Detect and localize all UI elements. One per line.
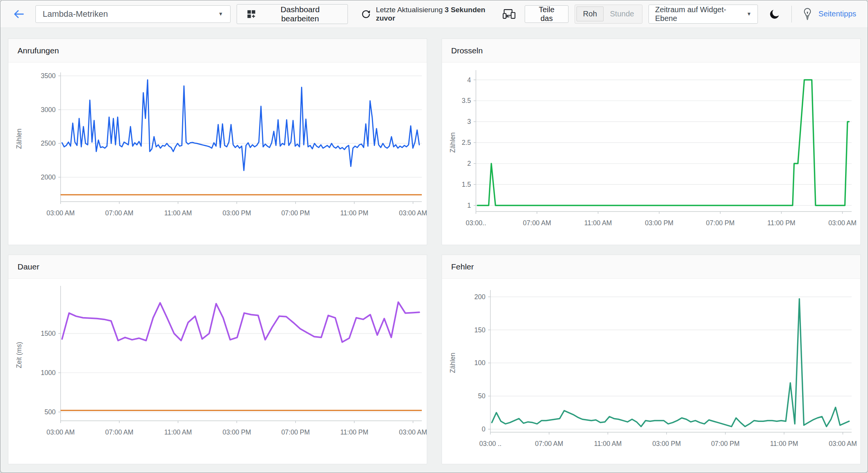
svg-text:11:00 AM: 11:00 AM <box>594 440 622 447</box>
page-tips-button[interactable] <box>802 8 813 20</box>
svg-text:11:00 PM: 11:00 PM <box>767 219 796 227</box>
chart-canvas-dauer[interactable]: 5001000150003:00 AM07:00 AM11:00 AM03:00… <box>8 279 428 464</box>
back-button[interactable] <box>12 8 26 20</box>
svg-text:11:00 AM: 11:00 AM <box>164 428 192 436</box>
add-widget-grid-icon <box>246 9 256 19</box>
svg-text:Zeit (ms): Zeit (ms) <box>15 342 23 368</box>
svg-text:2000: 2000 <box>41 173 56 181</box>
svg-text:03:00 PM: 03:00 PM <box>645 219 674 227</box>
svg-text:11:00 AM: 11:00 AM <box>164 209 192 217</box>
share-label: Teile das <box>533 5 561 23</box>
chevron-down-icon: ▼ <box>218 11 223 17</box>
page-tips-link[interactable]: Seitentipps <box>818 10 856 18</box>
svg-text:07:00 PM: 07:00 PM <box>711 440 740 447</box>
devices-icon <box>503 8 516 20</box>
svg-text:3: 3 <box>467 118 471 125</box>
widget-header[interactable]: Fehler <box>442 255 860 279</box>
widget-header[interactable]: Drosseln <box>442 39 860 63</box>
svg-text:150: 150 <box>474 326 485 334</box>
svg-text:03:00 PM: 03:00 PM <box>223 428 251 436</box>
svg-text:03:00 AM: 03:00 AM <box>46 428 75 436</box>
chevron-down-icon: ▼ <box>746 11 751 17</box>
svg-text:03:00 AM: 03:00 AM <box>829 440 857 447</box>
dashboard-page: Lambda-Metriken ▼ Dashboard bearbeiten L… <box>0 0 868 473</box>
svg-text:200: 200 <box>474 293 485 301</box>
widget-title-drosseln: Drosseln <box>451 46 483 55</box>
svg-text:50: 50 <box>478 392 486 400</box>
widget-title-fehler: Fehler <box>451 262 474 271</box>
chart-canvas-fehler[interactable]: 05010015020003:00 ..07:00 AM11:00 AM03:0… <box>442 279 861 464</box>
svg-text:3.5: 3.5 <box>462 97 471 104</box>
svg-text:11:00 PM: 11:00 PM <box>770 440 798 447</box>
svg-text:3000: 3000 <box>41 106 56 114</box>
svg-text:500: 500 <box>45 408 56 416</box>
widget-dauer: Dauer 5001000150003:00 AM07:00 AM11:00 A… <box>8 255 427 464</box>
toggle-option-stunde[interactable]: Stunde <box>604 6 641 21</box>
svg-text:1.5: 1.5 <box>462 181 471 188</box>
svg-text:Zählen: Zählen <box>449 353 456 373</box>
dashboard-name-value: Lambda-Metriken <box>43 9 108 19</box>
widget-header[interactable]: Anrufungen <box>8 39 427 63</box>
svg-text:1: 1 <box>467 202 471 209</box>
svg-text:1500: 1500 <box>41 330 56 337</box>
dark-mode-button[interactable] <box>769 8 781 20</box>
svg-text:03:00 ..: 03:00 .. <box>479 440 501 447</box>
svg-text:2.5: 2.5 <box>462 139 471 146</box>
last-refresh-text: Letzte Aktualisierung 3 Sekunden zuvor <box>376 6 503 22</box>
svg-text:07:00 AM: 07:00 AM <box>105 428 133 436</box>
svg-text:03:00 PM: 03:00 PM <box>652 440 681 447</box>
svg-text:03:00..: 03:00.. <box>466 219 486 227</box>
moon-icon <box>769 8 781 20</box>
refresh-button[interactable] <box>361 9 371 19</box>
edit-dashboard-button[interactable]: Dashboard bearbeiten <box>237 4 348 24</box>
refresh-icon <box>361 9 371 19</box>
lightbulb-icon <box>802 8 813 20</box>
share-button[interactable]: Teile das <box>525 5 569 23</box>
toggle-option-roh[interactable]: Roh <box>577 6 604 21</box>
top-toolbar: Lambda-Metriken ▼ Dashboard bearbeiten L… <box>0 0 868 28</box>
svg-text:2: 2 <box>467 160 471 167</box>
widget-period-select[interactable]: Zeitraum auf Widget-Ebene ▼ <box>649 5 758 24</box>
widget-header[interactable]: Dauer <box>8 255 427 279</box>
svg-text:2500: 2500 <box>41 139 56 147</box>
svg-text:11:00 PM: 11:00 PM <box>340 428 368 436</box>
widget-drosseln: Drosseln 11.522.533.5403:00..07:00 AM11:… <box>442 38 861 245</box>
svg-text:03:00 AM: 03:00 AM <box>828 219 857 227</box>
back-arrow-icon <box>12 8 26 20</box>
svg-text:07:00 AM: 07:00 AM <box>535 440 563 447</box>
svg-text:11:00 PM: 11:00 PM <box>340 209 368 217</box>
widget-anrufungen: Anrufungen 200025003000350003:00 AM07:00… <box>8 38 427 245</box>
refresh-status: Letzte Aktualisierung 3 Sekunden zuvor <box>361 6 503 22</box>
widget-period-label: Zeitraum auf Widget-Ebene <box>655 5 740 23</box>
svg-text:03:00 AM: 03:00 AM <box>399 428 427 436</box>
svg-text:07:00 PM: 07:00 PM <box>706 219 735 227</box>
svg-text:03:00 AM: 03:00 AM <box>399 209 427 217</box>
chart-canvas-drosseln[interactable]: 11.522.533.5403:00..07:00 AM11:00 AM03:0… <box>442 63 861 245</box>
widget-title-anrufungen: Anrufungen <box>18 46 59 55</box>
svg-text:0: 0 <box>482 425 485 433</box>
widgets-grid: Anrufungen 200025003000350003:00 AM07:00… <box>0 28 868 473</box>
svg-text:07:00 AM: 07:00 AM <box>105 209 133 217</box>
widget-title-dauer: Dauer <box>18 262 39 271</box>
svg-text:Zählen: Zählen <box>449 132 456 153</box>
fullscreen-devices-button[interactable] <box>503 8 516 20</box>
svg-text:Zählen: Zählen <box>15 128 23 149</box>
dashboard-name-select[interactable]: Lambda-Metriken ▼ <box>35 5 231 23</box>
svg-text:03:00 PM: 03:00 PM <box>223 209 251 217</box>
svg-text:07:00 PM: 07:00 PM <box>281 428 310 436</box>
svg-text:11:00 AM: 11:00 AM <box>584 219 612 227</box>
svg-text:3500: 3500 <box>41 72 56 80</box>
svg-text:100: 100 <box>474 359 485 367</box>
granularity-toggle: Roh Stunde <box>575 5 642 24</box>
svg-text:03:00 AM: 03:00 AM <box>46 209 75 217</box>
toolbar-divider <box>791 6 792 22</box>
svg-text:07:00 AM: 07:00 AM <box>523 219 551 227</box>
svg-text:4: 4 <box>467 76 471 84</box>
chart-canvas-anrufungen[interactable]: 200025003000350003:00 AM07:00 AM11:00 AM… <box>8 63 428 245</box>
svg-text:07:00 PM: 07:00 PM <box>281 209 310 217</box>
widget-fehler: Fehler 05010015020003:00 ..07:00 AM11:00… <box>442 255 861 464</box>
svg-text:1000: 1000 <box>41 369 56 377</box>
edit-dashboard-label: Dashboard bearbeiten <box>262 5 339 23</box>
toolbar-right-group: Teile das Roh Stunde Zeitraum auf Widget… <box>503 5 856 24</box>
